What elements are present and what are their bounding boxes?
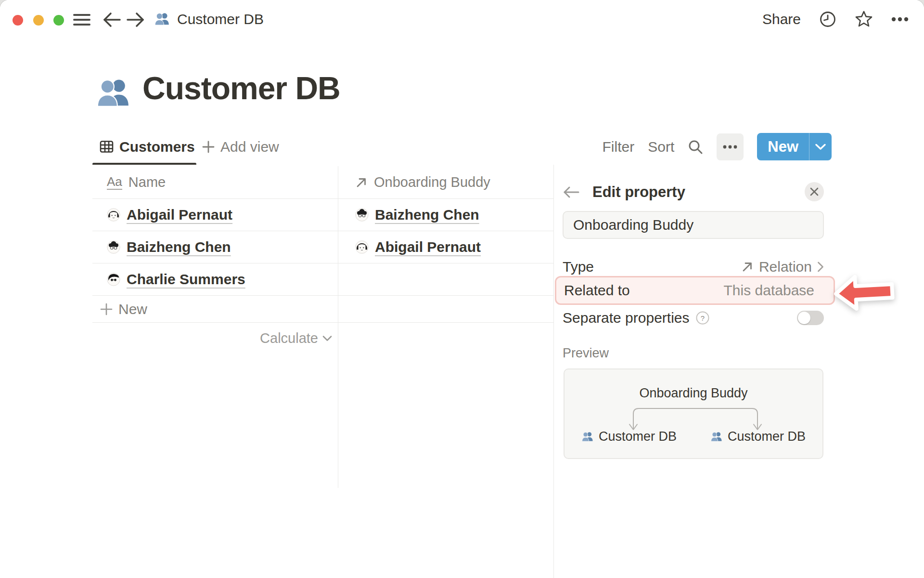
- related-to-value: This database: [724, 282, 814, 299]
- type-value-label: Relation: [759, 259, 812, 275]
- name-cell[interactable]: Charlie Summers: [92, 263, 338, 295]
- page-title: Customer DB: [142, 72, 340, 104]
- panel-title: Edit property: [592, 184, 685, 201]
- calculate-label: Calculate: [260, 330, 318, 346]
- chevron-down-icon: [322, 335, 332, 342]
- edit-property-panel: Edit property Type Relation: [553, 165, 924, 578]
- chevron-down-icon: [815, 144, 826, 150]
- minimize-window-button[interactable]: [33, 15, 44, 26]
- relation-arrow-icon: [741, 261, 754, 273]
- column-header-name[interactable]: Aa Name: [92, 166, 338, 198]
- separate-properties-row[interactable]: Separate properties ?: [563, 309, 824, 327]
- annotation-arrow-icon: [834, 273, 895, 312]
- updates-clock-icon[interactable]: [819, 11, 836, 28]
- calculate-button[interactable]: Calculate: [92, 323, 332, 353]
- table-header-row: Aa Name Onboarding Buddy: [92, 166, 553, 199]
- preview-target-right-label: Customer DB: [728, 429, 806, 444]
- property-name-input[interactable]: [563, 211, 824, 239]
- avatar-abigail: [107, 208, 120, 222]
- type-row[interactable]: Type Relation: [563, 256, 824, 277]
- avatar-charlie: [107, 273, 120, 286]
- panel-back-icon[interactable]: [563, 186, 580, 198]
- toggle-knob: [798, 312, 810, 324]
- table-row: Abigail Pernaut Baizheng Chen: [92, 199, 553, 231]
- table-view: Aa Name Onboarding Buddy: [0, 165, 553, 578]
- back-icon[interactable]: [102, 12, 121, 27]
- text-property-icon: Aa: [107, 175, 122, 190]
- plus-icon: [202, 141, 215, 153]
- preview-target-right: Customer DB: [693, 429, 822, 444]
- table-view-icon: [99, 139, 114, 154]
- close-icon: [810, 187, 819, 196]
- zoom-window-button[interactable]: [53, 15, 64, 26]
- buddy-cell[interactable]: Abigail Pernaut: [338, 231, 553, 263]
- new-button[interactable]: New: [757, 133, 832, 160]
- avatar-baizheng: [355, 208, 369, 222]
- buddy-cell[interactable]: Baizheng Chen: [338, 199, 553, 231]
- preview-node-label: Onboarding Buddy: [565, 386, 822, 401]
- separate-properties-label: Separate properties: [563, 310, 690, 326]
- add-view-label: Add view: [220, 139, 279, 155]
- relation-arrow-icon: [355, 176, 368, 189]
- tab-customers[interactable]: Customers: [92, 129, 202, 164]
- view-options-button[interactable]: [717, 133, 744, 160]
- chevron-right-icon: [817, 262, 824, 272]
- close-window-button[interactable]: [13, 15, 23, 26]
- help-icon[interactable]: ?: [696, 311, 709, 325]
- plus-icon: [100, 303, 113, 315]
- sidebar-menu-icon[interactable]: [73, 13, 90, 26]
- people-icon: [581, 431, 594, 443]
- preview-target-left: Customer DB: [565, 429, 693, 444]
- new-button-label[interactable]: New: [757, 133, 809, 160]
- row-name-link[interactable]: Abigail Pernaut: [127, 207, 232, 223]
- relation-preview: Onboarding Buddy Customer DB Customer DB: [564, 368, 823, 459]
- preview-label: Preview: [563, 346, 609, 361]
- table-row: Baizheng Chen Abigail Pernaut: [92, 231, 553, 263]
- row-name-link[interactable]: Baizheng Chen: [127, 239, 231, 255]
- people-icon: [710, 431, 723, 443]
- tab-customers-label: Customers: [119, 139, 195, 155]
- sort-button[interactable]: Sort: [648, 139, 674, 155]
- type-value[interactable]: Relation: [741, 259, 824, 275]
- new-dropdown-button[interactable]: [809, 133, 832, 160]
- column-name-label: Name: [128, 174, 166, 190]
- search-icon[interactable]: [688, 139, 703, 155]
- breadcrumb-title: Customer DB: [177, 11, 264, 27]
- row-name-link[interactable]: Charlie Summers: [127, 271, 245, 288]
- filter-button[interactable]: Filter: [603, 139, 635, 155]
- breadcrumb[interactable]: Customer DB: [154, 0, 264, 39]
- people-icon: [154, 11, 170, 27]
- ellipsis-icon: [723, 145, 737, 149]
- related-to-row-highlighted[interactable]: Related to This database: [555, 276, 835, 305]
- panel-close-button[interactable]: [805, 182, 824, 201]
- separate-properties-toggle[interactable]: [797, 311, 824, 325]
- related-to-label: Related to: [564, 282, 630, 299]
- new-row-label: New: [118, 301, 147, 317]
- row-buddy-link[interactable]: Baizheng Chen: [375, 207, 479, 223]
- avatar-baizheng: [107, 240, 120, 254]
- name-cell[interactable]: Abigail Pernaut: [92, 199, 338, 231]
- preview-target-left-label: Customer DB: [599, 429, 677, 444]
- new-row-button[interactable]: New: [92, 296, 553, 323]
- favorite-star-icon[interactable]: [855, 10, 873, 28]
- type-label: Type: [563, 259, 594, 275]
- avatar-abigail: [355, 240, 369, 254]
- view-bar: Customers Add view Filter Sort: [92, 129, 832, 165]
- add-view-button[interactable]: Add view: [202, 129, 279, 164]
- share-button[interactable]: Share: [762, 11, 801, 27]
- table-row: Charlie Summers: [92, 263, 553, 296]
- svg-text:?: ?: [700, 314, 704, 322]
- column-header-buddy[interactable]: Onboarding Buddy: [338, 166, 553, 198]
- column-buddy-label: Onboarding Buddy: [374, 174, 490, 190]
- name-cell[interactable]: Baizheng Chen: [92, 231, 338, 263]
- titlebar: Customer DB Share: [0, 0, 924, 39]
- buddy-cell-empty[interactable]: [338, 263, 553, 295]
- page-people-icon[interactable]: [95, 75, 132, 112]
- more-options-icon[interactable]: [891, 17, 909, 22]
- forward-icon[interactable]: [126, 12, 145, 27]
- row-buddy-link[interactable]: Abigail Pernaut: [375, 239, 481, 255]
- notion-window: Customer DB Share Customer DB: [0, 0, 924, 578]
